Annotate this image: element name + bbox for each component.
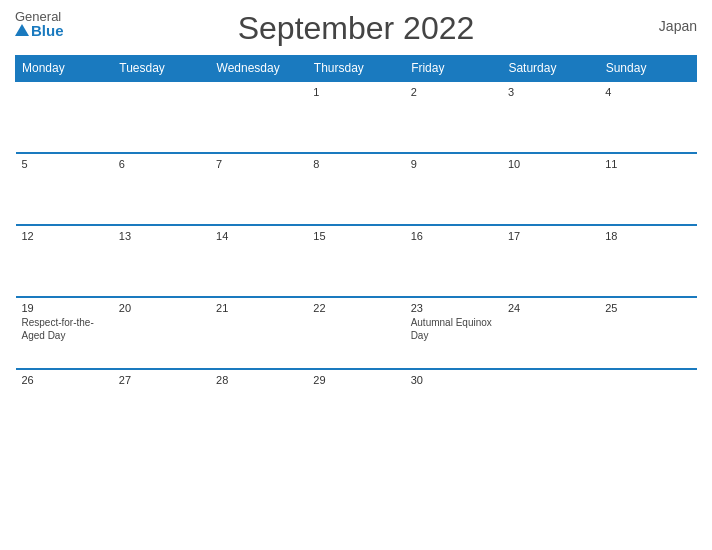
day-number: 23 (411, 302, 496, 314)
day-number: 1 (313, 86, 398, 98)
calendar-cell (113, 81, 210, 153)
weekday-header-row: Monday Tuesday Wednesday Thursday Friday… (16, 56, 697, 82)
calendar-cell: 8 (307, 153, 404, 225)
calendar-cell: 18 (599, 225, 696, 297)
day-number: 9 (411, 158, 496, 170)
header-tuesday: Tuesday (113, 56, 210, 82)
header-friday: Friday (405, 56, 502, 82)
calendar-cell: 16 (405, 225, 502, 297)
day-number: 7 (216, 158, 301, 170)
day-number: 15 (313, 230, 398, 242)
calendar-cell: 4 (599, 81, 696, 153)
calendar-title: September 2022 (238, 10, 475, 47)
logo-triangle-icon (15, 24, 29, 36)
event-text: Autumnal Equinox Day (411, 317, 492, 341)
day-number: 26 (22, 374, 107, 386)
calendar-cell: 21 (210, 297, 307, 369)
calendar-cell (16, 81, 113, 153)
calendar-week-row: 2627282930 (16, 369, 697, 441)
day-number: 17 (508, 230, 593, 242)
day-number: 21 (216, 302, 301, 314)
logo: General Blue (15, 10, 64, 38)
calendar-cell: 12 (16, 225, 113, 297)
day-number: 30 (411, 374, 496, 386)
day-number: 29 (313, 374, 398, 386)
event-text: Respect-for-the-Aged Day (22, 317, 94, 341)
calendar-table: Monday Tuesday Wednesday Thursday Friday… (15, 55, 697, 441)
day-number: 12 (22, 230, 107, 242)
calendar-cell: 22 (307, 297, 404, 369)
calendar-cell: 20 (113, 297, 210, 369)
calendar-cell: 3 (502, 81, 599, 153)
day-number: 28 (216, 374, 301, 386)
calendar-cell: 2 (405, 81, 502, 153)
day-number: 22 (313, 302, 398, 314)
calendar-cell: 1 (307, 81, 404, 153)
calendar-cell: 10 (502, 153, 599, 225)
calendar-cell (502, 369, 599, 441)
calendar-cell (210, 81, 307, 153)
day-number: 14 (216, 230, 301, 242)
calendar-week-row: 1234 (16, 81, 697, 153)
calendar-cell: 11 (599, 153, 696, 225)
calendar-cell: 17 (502, 225, 599, 297)
calendar-week-row: 567891011 (16, 153, 697, 225)
calendar-cell: 28 (210, 369, 307, 441)
calendar-cell: 23Autumnal Equinox Day (405, 297, 502, 369)
calendar-cell: 29 (307, 369, 404, 441)
logo-blue-text: Blue (31, 23, 64, 38)
day-number: 2 (411, 86, 496, 98)
calendar-cell: 13 (113, 225, 210, 297)
day-number: 20 (119, 302, 204, 314)
day-number: 16 (411, 230, 496, 242)
header-monday: Monday (16, 56, 113, 82)
day-number: 27 (119, 374, 204, 386)
day-number: 8 (313, 158, 398, 170)
calendar-cell: 5 (16, 153, 113, 225)
country-label: Japan (659, 18, 697, 34)
calendar-cell: 14 (210, 225, 307, 297)
calendar-week-row: 12131415161718 (16, 225, 697, 297)
calendar-cell: 6 (113, 153, 210, 225)
day-number: 11 (605, 158, 690, 170)
day-number: 24 (508, 302, 593, 314)
calendar-cell: 30 (405, 369, 502, 441)
calendar-week-row: 19Respect-for-the-Aged Day20212223Autumn… (16, 297, 697, 369)
day-number: 3 (508, 86, 593, 98)
day-number: 4 (605, 86, 690, 98)
day-number: 6 (119, 158, 204, 170)
calendar-cell: 27 (113, 369, 210, 441)
header-sunday: Sunday (599, 56, 696, 82)
calendar-cell: 15 (307, 225, 404, 297)
calendar-cell: 7 (210, 153, 307, 225)
day-number: 10 (508, 158, 593, 170)
day-number: 5 (22, 158, 107, 170)
calendar-cell: 25 (599, 297, 696, 369)
calendar-container: General Blue September 2022 Japan Monday… (0, 0, 712, 550)
logo-blue-area: Blue (15, 23, 64, 38)
day-number: 19 (22, 302, 107, 314)
calendar-cell: 19Respect-for-the-Aged Day (16, 297, 113, 369)
day-number: 13 (119, 230, 204, 242)
calendar-cell (599, 369, 696, 441)
header-wednesday: Wednesday (210, 56, 307, 82)
day-number: 25 (605, 302, 690, 314)
header-saturday: Saturday (502, 56, 599, 82)
calendar-cell: 26 (16, 369, 113, 441)
calendar-cell: 9 (405, 153, 502, 225)
calendar-cell: 24 (502, 297, 599, 369)
header-thursday: Thursday (307, 56, 404, 82)
day-number: 18 (605, 230, 690, 242)
calendar-header: General Blue September 2022 Japan (15, 10, 697, 47)
